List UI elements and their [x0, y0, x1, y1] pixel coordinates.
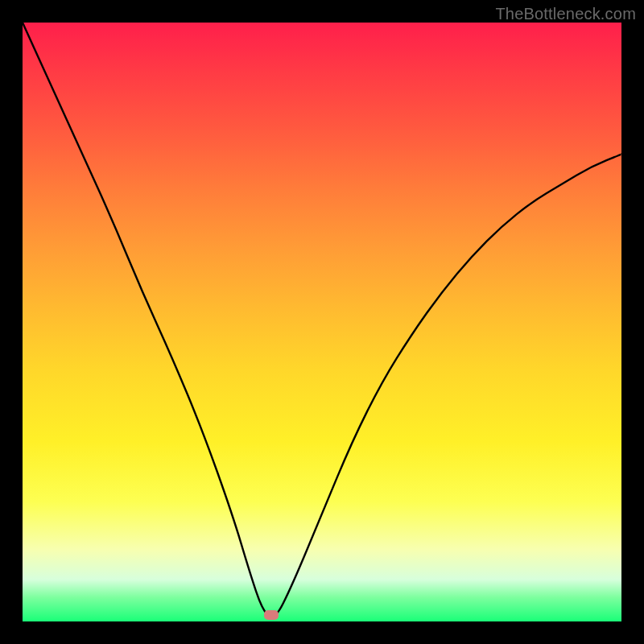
- optimum-marker: [264, 610, 279, 620]
- curve-path: [23, 23, 621, 617]
- bottleneck-curve: [23, 23, 621, 621]
- watermark-text: TheBottleneck.com: [495, 5, 636, 23]
- plot-area: [23, 23, 621, 621]
- chart-frame: TheBottleneck.com: [0, 0, 644, 644]
